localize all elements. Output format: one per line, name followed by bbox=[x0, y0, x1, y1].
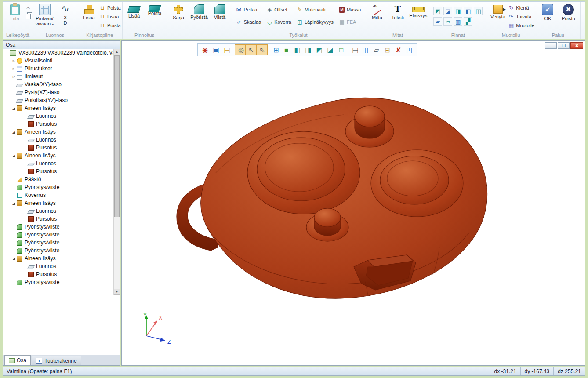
pick-entity-icon[interactable]: ⊞ bbox=[270, 44, 281, 55]
tree-item[interactable]: VX3002239 VX3002239 Vaihdekotelo, valu bbox=[3, 49, 114, 57]
tree-expander[interactable] bbox=[11, 256, 16, 261]
library-remove-button[interactable]: ⊔ Poista bbox=[99, 4, 121, 11]
tree-item[interactable]: Pursotus bbox=[3, 167, 114, 175]
library-insert-button[interactable]: ⊔ Lisää bbox=[99, 13, 121, 20]
tree-expander[interactable] bbox=[11, 153, 16, 158]
twist-button[interactable]: ↻ Kierrä bbox=[508, 4, 534, 11]
tree-item[interactable]: Pysty(XZ)-taso bbox=[3, 88, 114, 96]
mirror-button[interactable]: ⋈ Peilaa bbox=[236, 6, 261, 13]
tree-item[interactable]: Pursotus bbox=[3, 215, 114, 223]
tree-scrollbar[interactable] bbox=[113, 49, 120, 295]
select-frame-icon[interactable]: ▣ bbox=[211, 44, 221, 55]
hollow-button[interactable]: ◡ Koverra bbox=[266, 18, 291, 25]
tree-item[interactable]: Aineen lisäys bbox=[3, 254, 114, 262]
library-delete-button[interactable]: ⊔ Poista bbox=[99, 22, 121, 29]
cut-button[interactable] bbox=[25, 4, 31, 11]
material-button[interactable]: ✎ Materiaali bbox=[297, 6, 334, 13]
library-add-button[interactable]: Lisää bbox=[79, 2, 99, 20]
display-list-icon[interactable]: ▤ bbox=[349, 44, 360, 55]
tree-item[interactable]: Poikittais(YZ)-taso bbox=[3, 96, 114, 104]
tree-item[interactable]: Pyöristys/viiste bbox=[3, 239, 114, 247]
tree-expander[interactable] bbox=[11, 66, 16, 71]
tree-item[interactable]: Aineen lisäys bbox=[3, 104, 114, 112]
tree-item[interactable]: Vaaka(XY)-taso bbox=[3, 80, 114, 88]
close-button[interactable] bbox=[570, 42, 583, 49]
mass-button[interactable]: Massa bbox=[339, 6, 361, 13]
view-face-front-icon[interactable]: ◨ bbox=[303, 44, 314, 55]
tree-item[interactable]: Pyöristys/viiste bbox=[3, 223, 114, 231]
print-icon[interactable]: ⊟ bbox=[382, 44, 393, 55]
stretch-button[interactable]: Venytä bbox=[487, 2, 508, 19]
surface-delete-icon[interactable]: ▱ bbox=[443, 17, 452, 26]
exit-button[interactable]: Poistu bbox=[558, 2, 579, 21]
measure-ruler-icon[interactable]: ▤ bbox=[221, 44, 232, 55]
scale-button[interactable]: ⇗ Skaalaa bbox=[236, 18, 261, 25]
model-3d-gearbox-housing[interactable] bbox=[122, 41, 585, 366]
tree-item[interactable]: Luonnos bbox=[3, 112, 114, 120]
tree-item[interactable]: Pyöristys/viiste bbox=[3, 231, 114, 239]
tree-item[interactable]: Aineen lisäys bbox=[3, 128, 114, 136]
shaded-view-icon[interactable]: ■ bbox=[281, 44, 292, 55]
snap-edge-icon[interactable]: ⇖ bbox=[257, 44, 268, 55]
chamfer-button[interactable]: Viistä bbox=[210, 2, 230, 20]
tree-item[interactable]: Päästö bbox=[3, 175, 114, 183]
export-view-icon[interactable]: ◳ bbox=[404, 44, 415, 55]
shape-button[interactable]: ▦ Muotoile bbox=[508, 22, 534, 29]
tab-tuoterakenne[interactable]: Tuoterakenne bbox=[32, 356, 81, 365]
text-button[interactable]: Teksti bbox=[387, 2, 408, 20]
tree-item[interactable]: Luonnos bbox=[3, 207, 114, 215]
minimize-button[interactable] bbox=[545, 42, 557, 49]
surface-split-icon[interactable]: ▰ bbox=[433, 17, 442, 26]
tree-expander[interactable] bbox=[11, 106, 16, 110]
tree-item[interactable]: Pyöristys/viiste bbox=[3, 247, 114, 254]
tree-item[interactable]: Aineen lisäys bbox=[3, 152, 114, 160]
scroll-down-button[interactable] bbox=[114, 289, 120, 295]
section-view-icon[interactable]: ◫ bbox=[360, 44, 371, 55]
surface-stitch-icon[interactable]: ◫ bbox=[474, 7, 483, 15]
tree-item[interactable]: Luonnos bbox=[3, 136, 114, 144]
tree-item[interactable]: Luonnos bbox=[3, 160, 114, 167]
distance-button[interactable]: Etäisyys bbox=[408, 2, 428, 18]
paste-button[interactable]: Liitä bbox=[4, 2, 25, 21]
sketch-on-face-button[interactable]: Pintaan/ viivaan ▾ bbox=[34, 2, 55, 27]
fea-button[interactable]: ▦ FEA bbox=[339, 18, 361, 25]
viewport-3d[interactable]: ◉ ▣ ▤ ◎ ↖ ⇖ bbox=[121, 40, 585, 366]
view-iso-icon[interactable]: ◪ bbox=[325, 44, 336, 55]
tree-expander[interactable] bbox=[11, 130, 16, 134]
tree-expander[interactable] bbox=[11, 58, 16, 63]
bend-button[interactable]: ↷ Taivuta bbox=[508, 13, 534, 20]
tree-item[interactable]: Pursotus bbox=[3, 270, 114, 278]
tree-expander[interactable] bbox=[11, 201, 16, 205]
dimension-button[interactable]: Mitta bbox=[367, 2, 387, 20]
tree-item[interactable]: Aineen lisäys bbox=[3, 199, 114, 207]
offset-button[interactable]: ◈ Offset bbox=[266, 6, 291, 13]
surface-extend-icon[interactable]: ◨ bbox=[454, 7, 462, 15]
tree-item[interactable]: Pursotus bbox=[3, 144, 114, 152]
tree-expander[interactable] bbox=[11, 74, 16, 79]
snap-point-icon[interactable]: ◎ bbox=[235, 44, 246, 55]
tree-item[interactable]: Visualisointi bbox=[3, 57, 114, 65]
fillet-button[interactable]: Pyöristä bbox=[189, 2, 210, 20]
copy-button[interactable] bbox=[25, 13, 31, 20]
view-face-right-icon[interactable]: ◩ bbox=[314, 44, 325, 55]
surface-trim-icon[interactable]: ◪ bbox=[443, 7, 452, 15]
surface-patch-icon[interactable]: ◩ bbox=[433, 7, 442, 15]
surface-offset-icon[interactable]: ◧ bbox=[464, 7, 472, 15]
scroll-thumb[interactable] bbox=[114, 55, 120, 217]
pattern-button[interactable]: Sarja bbox=[168, 2, 189, 20]
sketch-3d-button[interactable]: 3 D bbox=[55, 2, 76, 25]
tree-item[interactable]: Luonnos bbox=[3, 262, 114, 270]
coating-remove-button[interactable]: Poista bbox=[145, 2, 165, 16]
drawing-sheet-icon[interactable]: ▱ bbox=[371, 44, 382, 55]
wireframe-view-icon[interactable]: □ bbox=[336, 44, 347, 55]
maximize-button[interactable] bbox=[558, 42, 570, 49]
tree-item[interactable]: Piirustukset bbox=[3, 65, 114, 73]
ok-button[interactable]: OK bbox=[537, 2, 558, 21]
surface-flip-icon[interactable]: ▞ bbox=[464, 17, 472, 26]
tab-osa[interactable]: Osa bbox=[4, 355, 31, 365]
view-face-top-icon[interactable]: ◧ bbox=[292, 44, 303, 55]
surface-replace-icon[interactable]: ▥ bbox=[454, 17, 462, 26]
tree-item[interactable]: Pyöristys/viiste bbox=[3, 183, 114, 191]
snap-line-icon[interactable]: ↖ bbox=[246, 44, 257, 55]
coating-add-button[interactable]: Lisää bbox=[124, 2, 145, 18]
